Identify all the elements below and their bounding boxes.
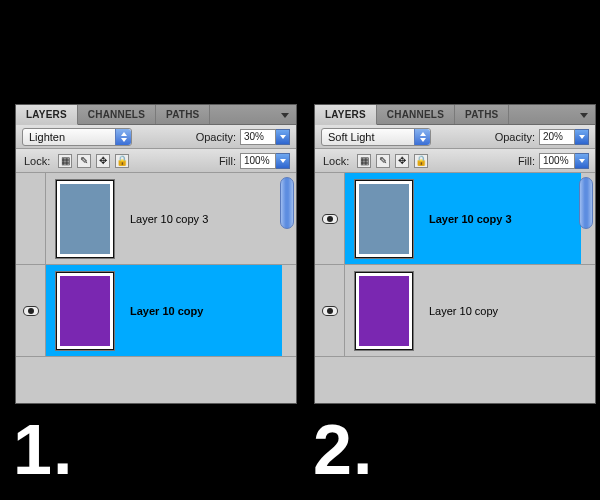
tab-bar: LAYERS CHANNELS PATHS: [16, 105, 296, 125]
updown-arrows-icon: [115, 129, 131, 145]
opacity-dropdown-icon[interactable]: [575, 129, 589, 145]
opacity-label: Opacity:: [495, 131, 535, 143]
lock-label: Lock:: [24, 155, 50, 167]
eye-icon: [322, 214, 338, 224]
layer-name[interactable]: Layer 10 copy: [429, 305, 498, 317]
layer-thumbnail[interactable]: [355, 272, 413, 350]
layers-panel-2: LAYERS CHANNELS PATHS Soft Light Opacity…: [314, 104, 596, 404]
lock-fill-row: Lock: ▦ ✎ ✥ 🔒 Fill: 100%: [315, 149, 595, 173]
layer-row[interactable]: Layer 10 copy: [16, 265, 296, 357]
tab-paths[interactable]: PATHS: [455, 105, 509, 124]
layer-row[interactable]: Layer 10 copy 3: [16, 173, 296, 265]
blend-mode-value: Lighten: [29, 131, 65, 143]
visibility-toggle[interactable]: [16, 265, 46, 356]
fill-input[interactable]: 100%: [240, 153, 276, 169]
panel-menu-icon[interactable]: [577, 110, 591, 120]
updown-arrows-icon: [414, 129, 430, 145]
tab-paths[interactable]: PATHS: [156, 105, 210, 124]
lock-label: Lock:: [323, 155, 349, 167]
eye-icon: [23, 306, 39, 316]
lock-all-icon[interactable]: 🔒: [414, 154, 428, 168]
fill-input[interactable]: 100%: [539, 153, 575, 169]
layer-name[interactable]: Layer 10 copy 3: [429, 213, 512, 225]
fill-dropdown-icon[interactable]: [575, 153, 589, 169]
fill-label: Fill:: [219, 155, 236, 167]
visibility-toggle[interactable]: [16, 173, 46, 264]
lock-icons-group: ▦ ✎ ✥ 🔒: [357, 154, 428, 168]
layers-panel-1: LAYERS CHANNELS PATHS Lighten Opacity: 3…: [15, 104, 297, 404]
opacity-input[interactable]: 30%: [240, 129, 276, 145]
layer-row[interactable]: Layer 10 copy 3: [315, 173, 595, 265]
blend-mode-select[interactable]: Lighten: [22, 128, 132, 146]
layer-row[interactable]: Layer 10 copy: [315, 265, 595, 357]
opacity-input[interactable]: 20%: [539, 129, 575, 145]
layer-thumbnail[interactable]: [56, 272, 114, 350]
visibility-toggle[interactable]: [315, 173, 345, 264]
lock-transparency-icon[interactable]: ▦: [58, 154, 72, 168]
tab-channels[interactable]: CHANNELS: [78, 105, 156, 124]
lock-transparency-icon[interactable]: ▦: [357, 154, 371, 168]
fill-dropdown-icon[interactable]: [276, 153, 290, 169]
lock-position-icon[interactable]: ✥: [395, 154, 409, 168]
tab-channels[interactable]: CHANNELS: [377, 105, 455, 124]
tab-layers[interactable]: LAYERS: [16, 105, 78, 125]
lock-all-icon[interactable]: 🔒: [115, 154, 129, 168]
eye-icon: [322, 306, 338, 316]
opacity-label: Opacity:: [196, 131, 236, 143]
blend-opacity-row: Soft Light Opacity: 20%: [315, 125, 595, 149]
layer-thumbnail[interactable]: [355, 180, 413, 258]
step-label-2: 2.: [313, 410, 373, 490]
lock-pixels-icon[interactable]: ✎: [77, 154, 91, 168]
layer-list: Layer 10 copy 3 Layer 10 copy: [315, 173, 595, 403]
blend-mode-value: Soft Light: [328, 131, 374, 143]
visibility-toggle[interactable]: [315, 265, 345, 356]
fill-label: Fill:: [518, 155, 535, 167]
layer-name[interactable]: Layer 10 copy: [130, 305, 203, 317]
lock-pixels-icon[interactable]: ✎: [376, 154, 390, 168]
tab-layers[interactable]: LAYERS: [315, 105, 377, 125]
blend-mode-select[interactable]: Soft Light: [321, 128, 431, 146]
blend-opacity-row: Lighten Opacity: 30%: [16, 125, 296, 149]
layer-thumbnail[interactable]: [56, 180, 114, 258]
lock-position-icon[interactable]: ✥: [96, 154, 110, 168]
lock-fill-row: Lock: ▦ ✎ ✥ 🔒 Fill: 100%: [16, 149, 296, 173]
layer-list: Layer 10 copy 3 Layer 10 copy: [16, 173, 296, 403]
tab-bar: LAYERS CHANNELS PATHS: [315, 105, 595, 125]
layer-name[interactable]: Layer 10 copy 3: [130, 213, 208, 225]
panel-menu-icon[interactable]: [278, 110, 292, 120]
opacity-dropdown-icon[interactable]: [276, 129, 290, 145]
step-label-1: 1.: [13, 410, 73, 490]
lock-icons-group: ▦ ✎ ✥ 🔒: [58, 154, 129, 168]
